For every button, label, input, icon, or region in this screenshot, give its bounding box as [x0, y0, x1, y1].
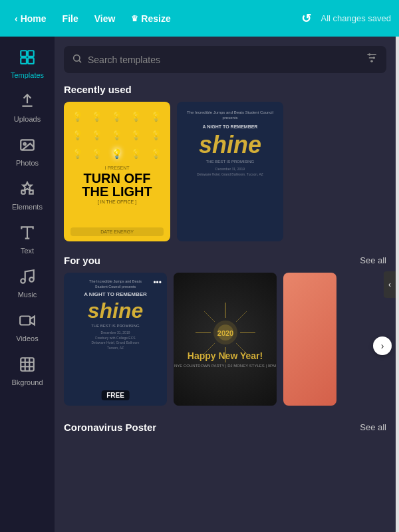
for-you-grid: The Incredible Jumps and BeatsStudent Co… — [55, 273, 396, 419]
bulb: 💡 — [148, 127, 164, 143]
shine-title: shine — [184, 133, 277, 157]
bulb: 💡 — [148, 146, 164, 162]
bulb: 💡 — [69, 108, 85, 124]
svg-point-9 — [29, 277, 34, 282]
music-label: Music — [18, 291, 37, 299]
card-main-title: TURN OFF THE LIGHT — [69, 172, 165, 198]
template-card-shine[interactable]: The Incredible Jumps and Beats Student C… — [177, 102, 283, 241]
svg-rect-1 — [28, 51, 34, 57]
new-year-subtitle: NYE COUNTDOWN PARTY | DJ MONEY STYLES | … — [174, 364, 276, 368]
top-navigation: ‹ Home File View ♛ Resize ↺ All changes … — [0, 0, 399, 37]
search-icon — [72, 53, 82, 66]
for-you-card-shine[interactable]: The Incredible Jumps and BeatsStudent Co… — [64, 273, 167, 406]
svg-point-20 — [368, 53, 370, 55]
shine-organizer: The Incredible Jumps and Beats Student C… — [184, 110, 277, 121]
arrow-right-icon: › — [381, 340, 384, 351]
view-button[interactable]: View — [88, 9, 122, 28]
text-icon — [19, 224, 36, 244]
chevron-left-icon: ‹ — [388, 280, 391, 289]
templates-panel: Recently used 💡 💡 💡 💡 💡 💡 💡 💡 💡 💡 💡 — [55, 37, 396, 532]
bulb: 💡 — [108, 108, 124, 124]
svg-line-29 — [204, 311, 215, 322]
panel-collapse-button[interactable]: ‹ — [384, 271, 396, 298]
for-you-card-pink[interactable] — [283, 273, 336, 406]
fy-shine-title: shine — [69, 300, 162, 321]
shine-event: A NIGHT TO REMEMBER — [184, 124, 277, 130]
for-you-title: For you — [64, 255, 100, 266]
next-arrow-button[interactable]: › — [373, 336, 392, 355]
card-small-text: I PRESENT — [69, 166, 165, 170]
svg-point-8 — [21, 279, 25, 283]
shine-tagline: THE BEST IS PROMISING — [184, 160, 277, 164]
svg-line-31 — [236, 311, 247, 322]
svg-rect-7 — [29, 190, 33, 194]
sidebar-item-background[interactable]: Bkground — [0, 349, 55, 393]
resize-button[interactable]: ♛ Resize — [124, 9, 177, 28]
turn-off-title: TURN OFF THE LIGHT — [69, 172, 165, 198]
templates-label: Templates — [11, 71, 44, 79]
sidebar-item-elements[interactable]: Elements — [0, 174, 55, 217]
fy-small: The Incredible Jumps and BeatsStudent Co… — [69, 279, 162, 289]
svg-point-16 — [74, 55, 80, 61]
card-text-yellow: I PRESENT TURN OFF THE LIGHT [ IN THE OF… — [64, 166, 170, 204]
svg-rect-3 — [28, 58, 34, 64]
bulb: 💡 — [148, 108, 164, 124]
undo-button[interactable]: ↺ — [295, 7, 318, 30]
coronavirus-see-all[interactable]: See all — [360, 422, 386, 432]
fy-event: A NIGHT TO REMEMBER — [69, 291, 162, 297]
shine-venue: Delaware Hotel, Grand Ballroom, Tucson, … — [197, 172, 263, 176]
recently-used-title: Recently used — [64, 84, 132, 95]
background-icon — [19, 356, 36, 376]
fy-details: December 31, 2019Freebury with College E… — [69, 331, 162, 350]
bulb: 💡 — [108, 127, 124, 143]
sidebar-item-text[interactable]: Text — [0, 217, 55, 261]
svg-text:2020: 2020 — [217, 329, 233, 337]
sidebar-item-templates[interactable]: Templates — [0, 42, 55, 86]
crown-icon: ♛ — [131, 14, 138, 23]
card-sub-text: [ IN THE OFFICE ] — [69, 200, 165, 204]
uploads-icon — [19, 92, 36, 112]
bulb: 💡 — [108, 146, 124, 162]
filter-icon[interactable] — [365, 51, 378, 68]
template-card-turn-off-light[interactable]: 💡 💡 💡 💡 💡 💡 💡 💡 💡 💡 💡 💡 💡 💡 💡 — [64, 102, 170, 241]
card-footer: DATE ENERGY — [70, 227, 164, 236]
recently-used-grid: 💡 💡 💡 💡 💡 💡 💡 💡 💡 💡 💡 💡 💡 💡 💡 — [55, 102, 396, 255]
svg-point-22 — [370, 60, 372, 62]
search-input[interactable] — [88, 55, 360, 65]
new-year-content: 2020 Happy New Year! NYE COUNTDOWN PARTY… — [174, 273, 277, 406]
background-label: Bkground — [11, 378, 43, 386]
sidebar-item-uploads[interactable]: Uploads — [0, 86, 55, 130]
bulb: 💡 — [69, 127, 85, 143]
bulb: 💡 — [128, 108, 144, 124]
sidebar: Templates Uploads Photos — [0, 37, 55, 532]
videos-label: Videos — [16, 334, 38, 342]
file-button[interactable]: File — [56, 9, 85, 28]
coronavirus-title: Coronavirus Poster — [64, 422, 156, 433]
main-layout: Templates Uploads Photos — [0, 37, 399, 532]
bulb: 💡 — [89, 146, 105, 162]
for-you-shine-content: The Incredible Jumps and BeatsStudent Co… — [64, 273, 167, 406]
shine-details: December 31, 2019 Delaware Hotel, Grand … — [184, 166, 277, 177]
sidebar-item-music[interactable]: Music — [0, 261, 55, 305]
for-you-see-all[interactable]: See all — [360, 255, 386, 265]
elements-icon — [19, 180, 36, 200]
photos-icon — [19, 136, 36, 156]
elements-label: Elements — [12, 203, 43, 211]
svg-rect-11 — [21, 358, 34, 371]
sidebar-item-photos[interactable]: Photos — [0, 130, 55, 174]
home-button[interactable]: ‹ Home — [8, 9, 53, 28]
free-badge: FREE — [101, 390, 130, 400]
save-status: All changes saved — [321, 13, 391, 23]
search-bar — [64, 46, 386, 73]
photos-label: Photos — [16, 159, 39, 167]
sidebar-item-videos[interactable]: Videos — [0, 305, 55, 349]
view-label: View — [94, 13, 116, 24]
svg-rect-6 — [21, 190, 25, 194]
uploads-label: Uploads — [14, 115, 41, 123]
for-you-card-new-year[interactable]: 2020 Happy New Year! NYE COUNTDOWN PARTY… — [174, 273, 277, 406]
bulb: 💡 — [128, 146, 144, 162]
bulb: 💡 — [128, 127, 144, 143]
shine-card-content: The Incredible Jumps and Beats Student C… — [177, 102, 283, 241]
card-menu-icon[interactable]: ••• — [153, 278, 162, 287]
bulb: 💡 — [89, 127, 105, 143]
